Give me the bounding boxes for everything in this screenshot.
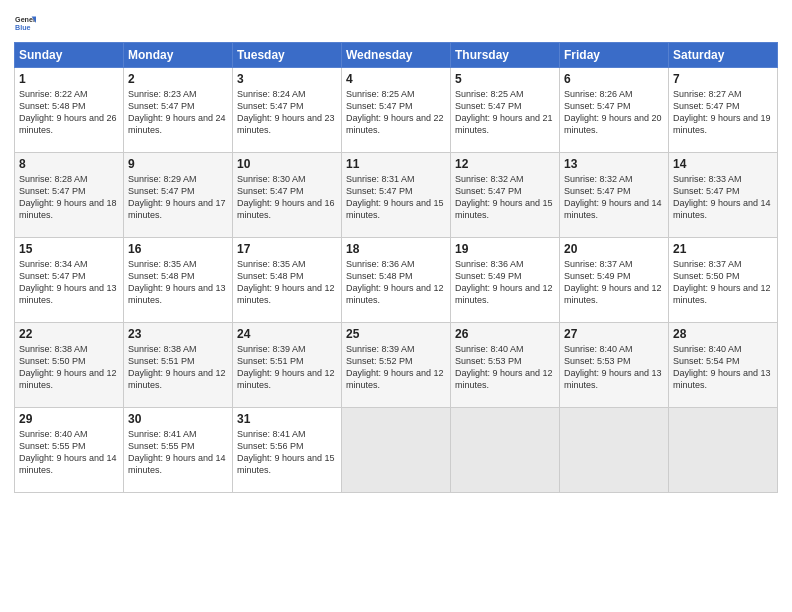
calendar-cell: 16 Sunrise: 8:35 AM Sunset: 5:48 PM Dayl… [124, 238, 233, 323]
calendar-cell: 1 Sunrise: 8:22 AM Sunset: 5:48 PM Dayli… [15, 68, 124, 153]
calendar-cell: 6 Sunrise: 8:26 AM Sunset: 5:47 PM Dayli… [560, 68, 669, 153]
day-number: 22 [19, 327, 119, 341]
sunset-label: Sunset: 5:47 PM [455, 186, 522, 196]
sunrise-label: Sunrise: 8:24 AM [237, 89, 306, 99]
daylight-label: Daylight: 9 hours and 15 minutes. [237, 453, 335, 475]
sunset-label: Sunset: 5:47 PM [564, 186, 631, 196]
sunrise-label: Sunrise: 8:31 AM [346, 174, 415, 184]
calendar-week-row: 22 Sunrise: 8:38 AM Sunset: 5:50 PM Dayl… [15, 323, 778, 408]
calendar-cell: 25 Sunrise: 8:39 AM Sunset: 5:52 PM Dayl… [342, 323, 451, 408]
day-number: 23 [128, 327, 228, 341]
day-number: 5 [455, 72, 555, 86]
day-number: 11 [346, 157, 446, 171]
weekday-header: Sunday [15, 43, 124, 68]
day-number: 6 [564, 72, 664, 86]
sunrise-label: Sunrise: 8:37 AM [673, 259, 742, 269]
daylight-label: Daylight: 9 hours and 13 minutes. [673, 368, 771, 390]
day-number: 20 [564, 242, 664, 256]
sunrise-label: Sunrise: 8:27 AM [673, 89, 742, 99]
sunset-label: Sunset: 5:48 PM [346, 271, 413, 281]
calendar-cell: 20 Sunrise: 8:37 AM Sunset: 5:49 PM Dayl… [560, 238, 669, 323]
sunrise-label: Sunrise: 8:36 AM [346, 259, 415, 269]
calendar-cell [560, 408, 669, 493]
daylight-label: Daylight: 9 hours and 22 minutes. [346, 113, 444, 135]
day-info: Sunrise: 8:37 AM Sunset: 5:49 PM Dayligh… [564, 258, 664, 307]
calendar-cell: 2 Sunrise: 8:23 AM Sunset: 5:47 PM Dayli… [124, 68, 233, 153]
day-info: Sunrise: 8:41 AM Sunset: 5:55 PM Dayligh… [128, 428, 228, 477]
day-number: 14 [673, 157, 773, 171]
day-info: Sunrise: 8:26 AM Sunset: 5:47 PM Dayligh… [564, 88, 664, 137]
sunrise-label: Sunrise: 8:36 AM [455, 259, 524, 269]
daylight-label: Daylight: 9 hours and 14 minutes. [19, 453, 117, 475]
day-info: Sunrise: 8:29 AM Sunset: 5:47 PM Dayligh… [128, 173, 228, 222]
day-number: 28 [673, 327, 773, 341]
daylight-label: Daylight: 9 hours and 12 minutes. [237, 283, 335, 305]
daylight-label: Daylight: 9 hours and 23 minutes. [237, 113, 335, 135]
sunrise-label: Sunrise: 8:40 AM [455, 344, 524, 354]
logo-icon: General Blue [14, 12, 36, 34]
calendar-header-row: SundayMondayTuesdayWednesdayThursdayFrid… [15, 43, 778, 68]
sunrise-label: Sunrise: 8:28 AM [19, 174, 88, 184]
daylight-label: Daylight: 9 hours and 20 minutes. [564, 113, 662, 135]
day-number: 24 [237, 327, 337, 341]
day-info: Sunrise: 8:32 AM Sunset: 5:47 PM Dayligh… [564, 173, 664, 222]
day-info: Sunrise: 8:38 AM Sunset: 5:51 PM Dayligh… [128, 343, 228, 392]
day-number: 26 [455, 327, 555, 341]
sunrise-label: Sunrise: 8:23 AM [128, 89, 197, 99]
sunrise-label: Sunrise: 8:22 AM [19, 89, 88, 99]
sunset-label: Sunset: 5:53 PM [455, 356, 522, 366]
daylight-label: Daylight: 9 hours and 12 minutes. [455, 368, 553, 390]
weekday-header: Thursday [451, 43, 560, 68]
calendar-cell: 11 Sunrise: 8:31 AM Sunset: 5:47 PM Dayl… [342, 153, 451, 238]
day-number: 2 [128, 72, 228, 86]
day-info: Sunrise: 8:32 AM Sunset: 5:47 PM Dayligh… [455, 173, 555, 222]
day-info: Sunrise: 8:31 AM Sunset: 5:47 PM Dayligh… [346, 173, 446, 222]
calendar-week-row: 29 Sunrise: 8:40 AM Sunset: 5:55 PM Dayl… [15, 408, 778, 493]
day-info: Sunrise: 8:40 AM Sunset: 5:53 PM Dayligh… [455, 343, 555, 392]
calendar-cell: 29 Sunrise: 8:40 AM Sunset: 5:55 PM Dayl… [15, 408, 124, 493]
sunset-label: Sunset: 5:51 PM [237, 356, 304, 366]
calendar-cell: 31 Sunrise: 8:41 AM Sunset: 5:56 PM Dayl… [233, 408, 342, 493]
day-number: 10 [237, 157, 337, 171]
daylight-label: Daylight: 9 hours and 12 minutes. [128, 368, 226, 390]
sunset-label: Sunset: 5:48 PM [128, 271, 195, 281]
sunrise-label: Sunrise: 8:40 AM [564, 344, 633, 354]
day-number: 13 [564, 157, 664, 171]
sunrise-label: Sunrise: 8:37 AM [564, 259, 633, 269]
day-number: 8 [19, 157, 119, 171]
day-number: 19 [455, 242, 555, 256]
day-number: 3 [237, 72, 337, 86]
sunrise-label: Sunrise: 8:40 AM [673, 344, 742, 354]
day-number: 12 [455, 157, 555, 171]
day-number: 16 [128, 242, 228, 256]
day-info: Sunrise: 8:39 AM Sunset: 5:51 PM Dayligh… [237, 343, 337, 392]
sunset-label: Sunset: 5:47 PM [237, 186, 304, 196]
sunrise-label: Sunrise: 8:29 AM [128, 174, 197, 184]
daylight-label: Daylight: 9 hours and 14 minutes. [128, 453, 226, 475]
day-number: 25 [346, 327, 446, 341]
calendar-cell: 22 Sunrise: 8:38 AM Sunset: 5:50 PM Dayl… [15, 323, 124, 408]
svg-text:Blue: Blue [15, 24, 31, 32]
sunset-label: Sunset: 5:55 PM [128, 441, 195, 451]
daylight-label: Daylight: 9 hours and 21 minutes. [455, 113, 553, 135]
calendar-cell: 10 Sunrise: 8:30 AM Sunset: 5:47 PM Dayl… [233, 153, 342, 238]
calendar-cell: 14 Sunrise: 8:33 AM Sunset: 5:47 PM Dayl… [669, 153, 778, 238]
calendar-cell: 17 Sunrise: 8:35 AM Sunset: 5:48 PM Dayl… [233, 238, 342, 323]
sunset-label: Sunset: 5:53 PM [564, 356, 631, 366]
sunrise-label: Sunrise: 8:35 AM [128, 259, 197, 269]
weekday-header: Saturday [669, 43, 778, 68]
sunrise-label: Sunrise: 8:38 AM [19, 344, 88, 354]
sunrise-label: Sunrise: 8:34 AM [19, 259, 88, 269]
calendar-cell [669, 408, 778, 493]
sunset-label: Sunset: 5:54 PM [673, 356, 740, 366]
day-number: 30 [128, 412, 228, 426]
daylight-label: Daylight: 9 hours and 13 minutes. [19, 283, 117, 305]
sunrise-label: Sunrise: 8:33 AM [673, 174, 742, 184]
daylight-label: Daylight: 9 hours and 12 minutes. [455, 283, 553, 305]
daylight-label: Daylight: 9 hours and 18 minutes. [19, 198, 117, 220]
day-number: 17 [237, 242, 337, 256]
sunrise-label: Sunrise: 8:30 AM [237, 174, 306, 184]
calendar-cell: 12 Sunrise: 8:32 AM Sunset: 5:47 PM Dayl… [451, 153, 560, 238]
sunset-label: Sunset: 5:52 PM [346, 356, 413, 366]
calendar-cell: 9 Sunrise: 8:29 AM Sunset: 5:47 PM Dayli… [124, 153, 233, 238]
